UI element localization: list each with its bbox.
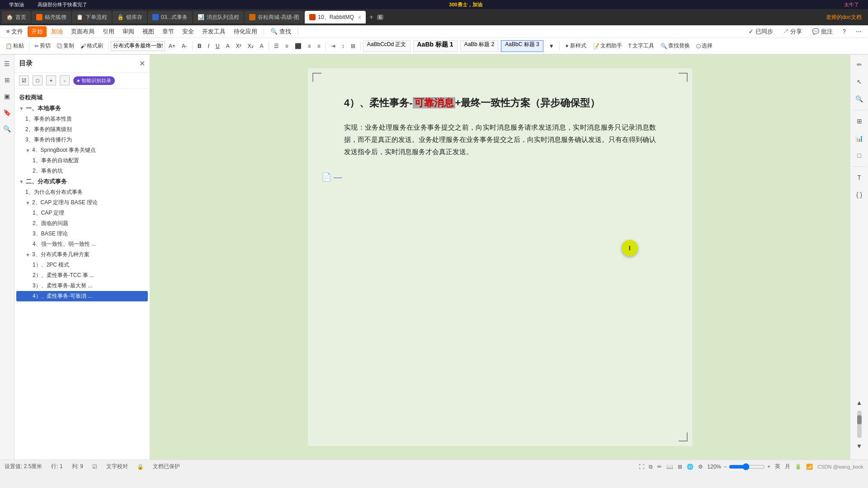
document-body[interactable]: 实现：业务处理服务在业务事务提交之前，向实时消息服务请求发送消息，实时消息服务只… [344,121,656,158]
toc-view-4[interactable]: - [60,75,70,85]
format-painter-button[interactable]: 🖌格式刷 [78,41,106,51]
left-bookmark-icon[interactable]: 🔖 [2,107,13,118]
zoom-in-button[interactable]: + [767,464,770,470]
menu-jiayou[interactable]: 加油 [47,26,66,37]
left-menu-icon[interactable]: ☰ [2,58,13,69]
menu-hamburger[interactable]: ≡ 文件 [3,26,27,37]
status-fullscreen-icon[interactable]: ⛶ [639,464,644,470]
toc-item-1-4[interactable]: ▼ 4、SpringBoot 事务关键点 [16,145,148,155]
toc-item-2-2-2[interactable]: 2、面临的问题 [16,218,148,229]
toc-item-2-2-3[interactable]: 3、BASE 理论 [16,229,148,239]
toc-root-item[interactable]: 谷粒商城 [16,92,148,103]
superscript-button[interactable]: X² [233,42,244,51]
text-tool-button[interactable]: T文字工具 [626,41,657,51]
right-pen-icon[interactable]: ✏ [853,58,866,71]
tab-home[interactable]: 🏠 首页 [2,11,31,23]
zoom-slider[interactable] [729,463,765,470]
sidebar-close-button[interactable]: ✕ [139,59,145,68]
toc-item-2-2[interactable]: ▼ 2、CAP 定理与 BASE 理论 [16,197,148,208]
paste-button[interactable]: 📋粘贴 [3,41,27,51]
scroll-down-button[interactable]: ▼ [853,440,866,452]
menu-apps[interactable]: 待化应用 [230,26,261,37]
toc-item-2-3-4[interactable]: 4）、柔性事务-可靠消 ... [16,291,148,301]
toc-item-1-3[interactable]: 3、事务的传播行为 [16,135,148,145]
select-button[interactable]: ⬡选择 [693,41,715,51]
list-bullet-button[interactable]: ☰ [271,42,282,51]
menu-chapter[interactable]: 章节 [159,26,178,37]
indent-button[interactable]: ⇥ [328,42,338,51]
toc-item-1-2[interactable]: 2、事务的隔离级别 [16,124,148,135]
tab-affairs[interactable]: 03...式事务 [148,11,192,23]
right-search-icon[interactable]: 🔍 [853,93,866,105]
table-button[interactable]: ⊞ [348,42,358,51]
status-settings-icon[interactable]: ⚙ [698,464,703,470]
menu-review[interactable]: 审阅 [119,26,138,37]
menu-help[interactable]: ? [839,27,849,36]
menu-security[interactable]: 安全 [179,26,198,37]
right-shape-icon[interactable]: □ [853,149,866,162]
toc-item-1-1[interactable]: 1、事务的基本性质 [16,114,148,124]
toc-item-2-1[interactable]: 1、为什么有分布式事务 [16,187,148,197]
toc-item-1-4-1[interactable]: 1、事务的自动配置 [16,155,148,166]
align-left-button[interactable]: ⬛ [292,42,304,51]
toc-view-1[interactable]: ☑ [19,75,29,85]
new-style-button[interactable]: ✦新样式 [562,41,589,51]
cut-button[interactable]: ✂剪切 [32,41,53,51]
menu-comment[interactable]: 💬 批注 [808,26,836,37]
scrollbar-thumb[interactable] [857,415,862,424]
status-web-icon[interactable]: 🌐 [687,464,693,470]
style-h3[interactable]: AaBbC 标题 3 [501,40,543,52]
toc-item-2-3-1[interactable]: 1）、2PC 模式 [16,260,148,270]
menu-more[interactable]: ⋯ [852,27,865,36]
status-edit-icon[interactable]: ✏ [657,464,662,470]
menu-layout[interactable]: 页面布局 [67,26,98,37]
font-size-down[interactable]: A- [179,42,190,51]
toc-view-3[interactable]: + [46,75,56,85]
font-size-up[interactable]: A+ [166,42,178,51]
bold-button[interactable]: B [195,42,204,51]
underline-button[interactable]: U [213,42,222,51]
style-expand-button[interactable]: ▼ [546,42,557,51]
sort-button[interactable]: ↕ [339,42,347,51]
style-h2[interactable]: AaBb 标题 2 [460,40,499,52]
right-chart-icon[interactable]: 📊 [853,132,866,145]
menu-share[interactable]: ↗ 分享 [779,26,806,37]
doc-assistant-button[interactable]: 📝文档助手 [590,41,625,51]
toc-item-2-3-3[interactable]: 3）、柔性事务-最大努 ... [16,281,148,291]
tab-draft[interactable]: 稿壳狐狸 [32,11,71,23]
status-read-icon[interactable]: 📖 [666,464,673,470]
menu-view[interactable]: 视图 [139,26,158,37]
menu-start[interactable]: 开始 [28,26,47,37]
align-center-button[interactable]: ≡ [305,42,314,51]
toc-view-2[interactable]: □ [33,75,42,85]
tab-shop[interactable]: 谷粒商城-高级-图 [245,11,304,23]
subscript-button[interactable]: X₂ [245,42,256,51]
left-pages-icon[interactable]: ▣ [2,91,13,102]
style-normal[interactable]: AaBbCcDd 正文 [363,40,410,52]
tab-queue[interactable]: 📊 消息队列流程 [193,11,244,23]
align-right-button[interactable]: ≡ [315,42,323,51]
document-area[interactable]: 📄 — 4）、柔性事务-可靠消息+最终一致性方案（异步确保型） 实现：业务处理服… [150,55,850,460]
add-tab-button[interactable]: + [367,13,376,21]
left-grid-icon[interactable]: ⊞ [2,75,13,85]
ai-badge[interactable]: ● 智能识别目录 [73,76,115,85]
font-color-button[interactable]: A [223,42,232,51]
italic-button[interactable]: I [205,42,212,51]
menu-sync[interactable]: ✓ 已同步 [745,26,777,37]
tab-lock[interactable]: 🔒 锁库存 [113,11,147,23]
font-name-input[interactable] [111,41,165,51]
toc-item-1-4-2[interactable]: 2、事务的坑 [16,166,148,176]
status-split-icon[interactable]: ⧉ [649,464,653,470]
tab-order[interactable]: 📋 下单流程 [72,11,112,23]
status-grid-icon[interactable]: ⊞ [678,464,682,470]
tab-rabbit[interactable]: 10、RabbitMQ ✕ [305,11,365,23]
copy-button[interactable]: ⿻复制 [54,41,77,51]
highlight-button[interactable]: A [257,42,266,51]
status-mode-icon[interactable]: ☑ [92,464,97,470]
list-number-button[interactable]: ≡ [283,42,291,51]
menu-search[interactable]: 🔍 查找 [267,26,295,37]
right-table-icon[interactable]: ⊞ [853,115,866,127]
toc-section-2[interactable]: ▼ 二、分布式事务 [16,176,148,187]
right-code-icon[interactable]: { } [853,188,866,201]
find-replace-button[interactable]: 🔍查找替换 [658,41,693,51]
